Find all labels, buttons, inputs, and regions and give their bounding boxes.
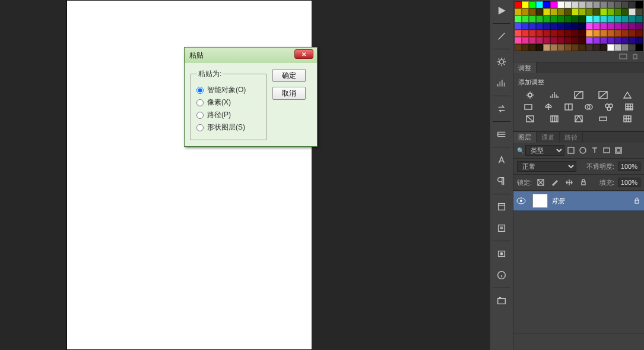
close-button[interactable]: ✕ <box>294 49 313 59</box>
swatch[interactable] <box>572 23 579 30</box>
swatch[interactable] <box>629 23 636 30</box>
swatch[interactable] <box>586 37 593 44</box>
swatch[interactable] <box>515 30 522 37</box>
info-icon[interactable] <box>490 264 513 286</box>
swatch[interactable] <box>607 37 614 44</box>
swatch[interactable] <box>536 30 543 37</box>
swatch[interactable] <box>543 1 550 8</box>
swatch[interactable] <box>629 15 636 23</box>
swatch[interactable] <box>522 44 529 51</box>
new-swatch-icon[interactable] <box>619 53 627 59</box>
panel-icon-2[interactable] <box>490 217 513 239</box>
swatch[interactable] <box>522 1 529 8</box>
swatch[interactable] <box>593 30 600 37</box>
tab-adjustments[interactable]: 调整 <box>513 62 537 73</box>
swatch[interactable] <box>579 1 586 8</box>
swap-icon[interactable] <box>490 98 513 119</box>
swatch[interactable] <box>579 37 586 44</box>
swatch[interactable] <box>636 8 643 15</box>
swatch[interactable] <box>629 44 636 51</box>
layer-list[interactable]: 背景 <box>513 191 644 333</box>
swatch[interactable] <box>579 23 586 30</box>
swatch[interactable] <box>529 23 536 30</box>
gradient-map-icon[interactable] <box>598 114 608 124</box>
swatch[interactable] <box>607 44 614 51</box>
fx-icon[interactable] <box>490 290 513 311</box>
swatch[interactable] <box>636 30 643 37</box>
swatch[interactable] <box>636 15 643 23</box>
trash-icon[interactable] <box>631 53 639 59</box>
swatch[interactable] <box>593 23 600 30</box>
balance-icon[interactable] <box>543 102 554 112</box>
swatch[interactable] <box>593 44 600 51</box>
swatch[interactable] <box>579 30 586 37</box>
tab-layers[interactable]: 图层 <box>513 132 537 143</box>
brush-icon[interactable] <box>490 26 513 47</box>
swatch[interactable] <box>572 15 579 23</box>
blend-mode-select[interactable]: 正常 <box>517 161 576 172</box>
panel-icon-1[interactable] <box>490 196 513 217</box>
layer-lock-icon[interactable] <box>630 197 644 204</box>
vibrance-icon[interactable] <box>622 90 633 100</box>
swatch[interactable] <box>614 15 621 23</box>
swatch[interactable] <box>543 15 550 23</box>
swatch[interactable] <box>522 30 529 37</box>
layers-dock-icon[interactable] <box>490 124 513 145</box>
swatch[interactable] <box>536 8 543 15</box>
lock-move-icon[interactable] <box>564 177 575 188</box>
tab-channels[interactable]: 通道 <box>537 132 560 143</box>
layer-name[interactable]: 背景 <box>551 197 630 206</box>
swatch[interactable] <box>557 15 564 23</box>
lock-all-icon[interactable] <box>578 177 589 188</box>
preset-icon[interactable] <box>490 243 513 264</box>
threshold-icon[interactable] <box>573 114 584 124</box>
swatch[interactable] <box>557 30 564 37</box>
ok-button[interactable]: 确定 <box>272 69 306 82</box>
swatch[interactable] <box>636 1 643 8</box>
swatch[interactable] <box>629 30 636 37</box>
paragraph-icon[interactable] <box>490 171 513 192</box>
filter-smart-icon[interactable] <box>613 145 624 156</box>
swatch[interactable] <box>515 8 522 15</box>
swatch[interactable] <box>529 8 536 15</box>
swatch[interactable] <box>522 8 529 15</box>
swatch[interactable] <box>621 1 629 8</box>
radio-row-shape[interactable]: 形状图层(S) <box>196 122 261 133</box>
swatch[interactable] <box>550 1 557 8</box>
swatch[interactable] <box>600 15 607 23</box>
swatch[interactable] <box>621 37 629 44</box>
lock-paint-icon[interactable] <box>550 177 560 188</box>
swatch[interactable] <box>550 44 557 51</box>
filter-pixel-icon[interactable] <box>566 145 576 156</box>
tab-paths[interactable]: 路径 <box>560 132 583 143</box>
swatch[interactable] <box>515 23 522 30</box>
visibility-eye-icon[interactable] <box>513 197 529 204</box>
swatch[interactable] <box>543 8 550 15</box>
radio-row-path[interactable]: 路径(P) <box>196 110 261 120</box>
swatch[interactable] <box>557 44 564 51</box>
radio-row-pixels[interactable]: 像素(X) <box>196 97 261 108</box>
bw-icon[interactable] <box>563 102 574 112</box>
swatch[interactable] <box>586 30 593 37</box>
swatch[interactable] <box>600 44 607 51</box>
swatch[interactable] <box>607 23 614 30</box>
swatch[interactable] <box>522 37 529 44</box>
brightness-icon[interactable] <box>525 90 535 100</box>
swatch[interactable] <box>564 15 572 23</box>
text-a-icon[interactable] <box>490 149 513 171</box>
swatch[interactable] <box>536 37 543 44</box>
histogram-icon[interactable] <box>490 72 513 94</box>
swatch[interactable] <box>586 15 593 23</box>
swatch[interactable] <box>536 23 543 30</box>
swatch[interactable] <box>586 1 593 8</box>
swatch[interactable] <box>543 37 550 44</box>
lookup-icon[interactable] <box>624 102 635 112</box>
swatch[interactable] <box>586 44 593 51</box>
swatch[interactable] <box>550 30 557 37</box>
radio-shape[interactable] <box>196 124 204 131</box>
filter-adjust-icon[interactable] <box>578 145 588 156</box>
swatch[interactable] <box>621 8 629 15</box>
swatch[interactable] <box>636 44 643 51</box>
swatch[interactable] <box>543 44 550 51</box>
lock-transparent-icon[interactable] <box>535 177 546 188</box>
